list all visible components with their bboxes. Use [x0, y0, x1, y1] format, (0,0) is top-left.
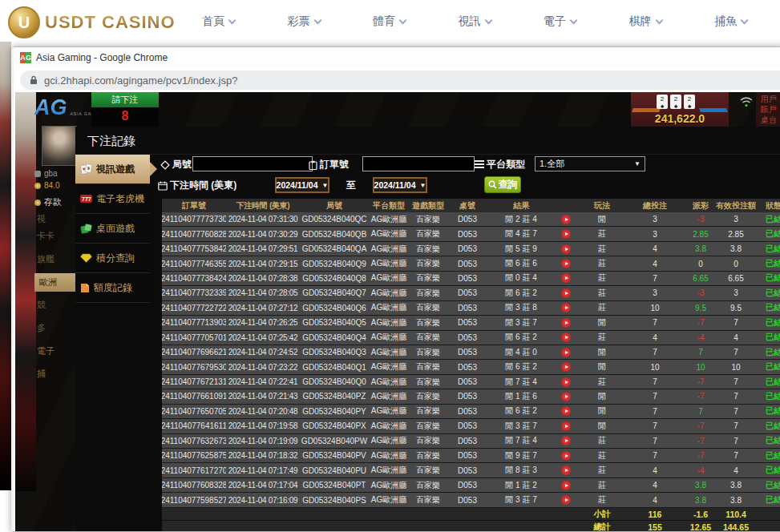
game-table-tile[interactable]: 2♠ 2♠ 2♠ 241,622.0 [631, 92, 729, 127]
replay-play-button[interactable] [561, 362, 571, 372]
cell-order: 241104077746355 [162, 256, 226, 270]
date-to-select[interactable]: 2024/11/04▼ [373, 177, 427, 193]
cell-game: 百家樂 [409, 375, 447, 389]
sidebar-item-cagayan[interactable]: 卡卡 [37, 230, 79, 242]
cell-round: GD05324B040Q9 [300, 256, 369, 270]
cell-table: D053 [447, 449, 487, 462]
replay-play-button[interactable] [561, 466, 571, 475]
lock-icon [30, 75, 38, 85]
replay-play-button[interactable] [561, 406, 571, 416]
total-bet: 155 [627, 521, 683, 531]
sidebar-item-video-games[interactable]: ♥9 視訊遊戲 [75, 155, 150, 184]
replay-play-button[interactable] [561, 244, 571, 254]
cell-game: 百家樂 [409, 212, 447, 226]
cell-payout: -7 [683, 434, 718, 448]
cell-payout: -3 [683, 286, 718, 300]
nav-item-fishing[interactable]: 捕魚 [714, 14, 747, 29]
label-account[interactable]: 賬戶 [761, 104, 780, 115]
cell-round: GD05324B040QA [300, 242, 369, 256]
replay-play-button[interactable] [561, 259, 571, 268]
platform-select[interactable]: 1.全部 ▼ [535, 156, 645, 171]
cell-result: 閒 3 莊 7 [487, 316, 555, 329]
replay-play-button[interactable] [561, 303, 571, 312]
table-row: 241104077738424 2024-11-04 07:28:38 GD05… [162, 272, 780, 286]
replay-play-button[interactable] [561, 332, 571, 342]
sidebar-item-multi[interactable]: 多 [37, 322, 79, 334]
logo-coin-icon: U [8, 6, 40, 38]
replay-play-button[interactable] [561, 495, 571, 505]
cell-replay [555, 272, 577, 285]
cell-payout: -7 [683, 375, 718, 389]
money-icon [34, 183, 41, 189]
tag-icon [160, 160, 170, 170]
label-table[interactable]: 桌台 [761, 115, 780, 125]
site-logo[interactable]: U USDT CASINO [8, 6, 176, 38]
sidebar-item-live[interactable]: 視 [37, 213, 79, 225]
play-icon [565, 351, 568, 354]
sidebar-item-points-query[interactable]: 積分查詢 [75, 244, 150, 273]
label-user[interactable]: 用戶 [761, 94, 780, 104]
replay-play-button[interactable] [561, 451, 571, 461]
chrome-titlebar[interactable]: AG Asia Gaming - Google Chrome [14, 47, 780, 68]
cell-bet: 4 [627, 256, 683, 270]
replay-play-button[interactable] [561, 229, 571, 239]
cell-order: 241104077598527 [162, 493, 226, 506]
replay-play-button[interactable] [561, 215, 571, 224]
platform-selected-value: 1.全部 [540, 158, 564, 170]
avatar [42, 126, 77, 166]
nav-item-cards[interactable]: 棋牌 [629, 14, 662, 29]
sidebar-item-table-games[interactable]: 桌面遊戲 [75, 214, 150, 244]
play-icon [565, 248, 568, 251]
bet-records-table: 訂單號 下注時間 (美東) 局號 平台類型 遊戲類型 桌號 結果 玩法 總投注 … [162, 199, 780, 531]
nav-item-lottery[interactable]: 彩票 [288, 14, 321, 29]
replay-play-button[interactable] [561, 348, 571, 357]
sidebar-item-slots[interactable]: 電子 [37, 345, 79, 357]
cell-status: 已結 [754, 449, 780, 462]
replay-play-button[interactable] [561, 421, 571, 431]
col-header-platform: 平台類型 [369, 199, 409, 212]
round-input[interactable] [192, 156, 313, 171]
date-from-select[interactable]: 2024/11/04▼ [275, 177, 329, 193]
nav-item-live[interactable]: 視訊 [459, 14, 491, 29]
order-input[interactable] [362, 156, 475, 171]
cell-round: GD05324B040QC [300, 212, 369, 226]
sidebar-item-competition[interactable]: 競 [37, 299, 79, 311]
table-row: 241104077705701 2024-11-04 07:25:42 GD05… [162, 331, 780, 345]
cell-play: 莊 [577, 463, 627, 477]
replay-play-button[interactable] [561, 318, 571, 328]
cell-valid: 7 [718, 449, 754, 462]
cell-bet: 7 [627, 316, 683, 329]
replay-play-button[interactable] [561, 436, 571, 445]
search-button[interactable]: 查詢 [484, 176, 521, 193]
nav-item-slots[interactable]: 電子 [544, 14, 576, 29]
cell-status: 已結 [754, 242, 780, 256]
sidebar-item-flagship[interactable]: 旗艦 [37, 253, 79, 265]
replay-play-button[interactable] [561, 481, 571, 490]
cell-bet: 4 [627, 493, 683, 506]
cell-round: GD05324B040Q5 [300, 316, 369, 329]
sidebar-item-credit-records[interactable]: 額度記錄 [75, 273, 150, 303]
play-icon [565, 292, 568, 295]
cell-game: 百家樂 [409, 493, 447, 506]
replay-play-button[interactable] [561, 288, 571, 298]
deposit-button[interactable]: 存款 [34, 196, 62, 208]
cell-status: 已結 [754, 405, 780, 418]
sidebar-item-slots[interactable]: 777 電子老虎機 [75, 184, 150, 214]
nav-item-sports[interactable]: 體育 [373, 14, 406, 29]
cell-payout: 10 [683, 360, 718, 373]
table-row: 241104077746355 2024-11-04 07:29:15 GD05… [162, 256, 780, 271]
cell-time: 2024-11-04 07:17:49 [226, 463, 300, 477]
nav-item-home[interactable]: 首頁 [202, 14, 235, 29]
replay-play-button[interactable] [561, 377, 571, 387]
date-to-label: 至 [346, 179, 356, 192]
cell-bet: 10 [627, 360, 683, 373]
bet-countdown: 8 [91, 107, 159, 127]
sidebar-item-europe[interactable]: 歐洲 [34, 273, 79, 292]
sidebar-item-fishing[interactable]: 捕 [37, 368, 79, 380]
replay-play-button[interactable] [561, 273, 571, 283]
url-bar[interactable]: gci.2hhapi.com/agingame/pcv1/index.jsp? [20, 71, 780, 90]
cell-time: 2024-11-04 07:29:51 [226, 242, 300, 256]
cell-table: D053 [447, 434, 487, 448]
cell-replay [555, 256, 577, 270]
replay-play-button[interactable] [561, 392, 571, 401]
